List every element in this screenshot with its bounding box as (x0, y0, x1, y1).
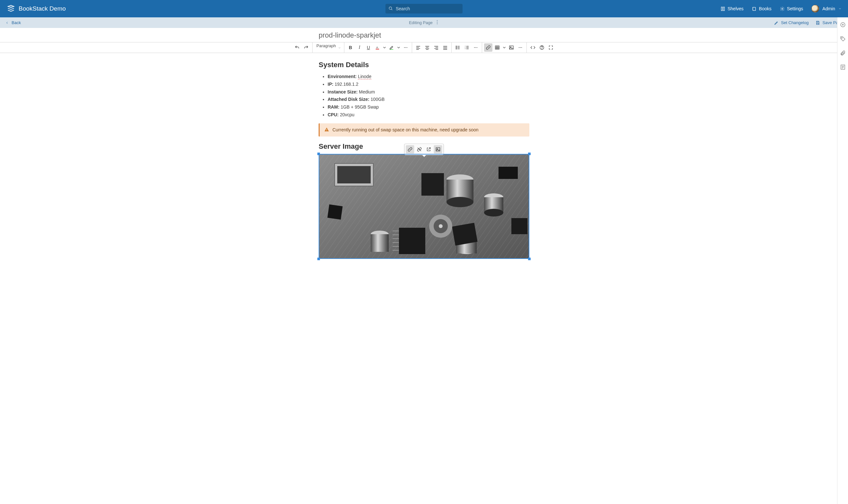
svg-point-4 (436, 20, 437, 21)
format-overflow-button[interactable] (401, 43, 410, 52)
page-title-row (319, 28, 529, 42)
svg-rect-40 (421, 173, 444, 196)
number-list-button[interactable]: 123 (463, 43, 471, 52)
redo-button[interactable] (302, 43, 310, 52)
align-justify-button[interactable] (441, 43, 449, 52)
image-button[interactable] (507, 43, 516, 52)
svg-rect-23 (509, 46, 513, 50)
svg-point-6 (436, 23, 437, 24)
page-title-input[interactable] (319, 31, 529, 39)
svg-rect-41 (399, 228, 425, 254)
link-button[interactable] (484, 43, 492, 52)
block-format-label: Paragraph (314, 43, 341, 52)
help-button[interactable] (538, 43, 546, 52)
highlight-caret[interactable] (396, 43, 401, 52)
detail-key: RAM: (328, 104, 341, 110)
set-changelog-label: Set Changelog (781, 20, 809, 25)
nav-books[interactable]: Books (752, 6, 772, 11)
italic-icon: I (359, 45, 360, 50)
editing-mode-menu[interactable] (435, 19, 439, 26)
svg-point-66 (841, 38, 842, 38)
nav-shelves[interactable]: Shelves (721, 6, 744, 11)
svg-rect-31 (326, 130, 327, 131)
popover-open-button[interactable] (425, 145, 433, 154)
popover-link-button[interactable] (406, 145, 414, 154)
rail-add-button[interactable] (840, 22, 846, 28)
italic-button[interactable]: I (355, 43, 364, 52)
underline-button[interactable]: U (364, 43, 373, 52)
editor-body[interactable]: System Details Environment: LinodeIP: 19… (319, 61, 529, 259)
svg-point-14 (456, 47, 456, 48)
list-item: IP: 192.168.1.2 (328, 80, 529, 88)
rail-attachments-button[interactable] (840, 50, 846, 56)
editor-toolbar: Paragraph B I U A 123 (0, 42, 848, 53)
chevron-down-icon (838, 7, 842, 10)
detail-value-link[interactable]: Linode (358, 74, 371, 79)
subheader: Back Editing Page Set Changelog Save Pag… (0, 17, 848, 28)
search-container (385, 4, 463, 14)
svg-point-5 (436, 22, 437, 23)
source-code-button[interactable] (529, 43, 537, 52)
fullscreen-button[interactable] (547, 43, 555, 52)
svg-rect-22 (495, 46, 499, 50)
plus-circle-icon (840, 22, 846, 28)
text-color-button[interactable]: A (373, 43, 382, 52)
tag-icon (840, 36, 846, 42)
arrow-left-icon (5, 21, 9, 25)
detail-key: Instance Size: (328, 89, 359, 94)
svg-point-11 (405, 47, 406, 48)
svg-point-50 (447, 197, 473, 207)
align-center-icon (425, 45, 430, 50)
table-button[interactable] (493, 43, 501, 52)
detail-value: 1GB + 95GB Swap (341, 104, 379, 110)
bold-icon: B (349, 45, 352, 50)
gear-icon (780, 6, 785, 11)
paperclip-icon (840, 50, 846, 56)
svg-point-13 (456, 46, 456, 47)
server-image-content (319, 154, 529, 259)
search-icon (389, 6, 393, 12)
table-caret[interactable] (502, 43, 507, 52)
popover-image-options-button[interactable] (434, 145, 442, 154)
selected-image[interactable] (319, 154, 529, 259)
set-changelog-button[interactable]: Set Changelog (774, 20, 809, 25)
svg-rect-61 (511, 218, 527, 234)
text-color-caret[interactable] (382, 43, 387, 52)
nav-settings[interactable]: Settings (780, 6, 804, 11)
detail-value: Medium (359, 89, 375, 94)
popover-unlink-button[interactable] (415, 145, 424, 154)
list-item: CPU: 20vcpu (328, 111, 529, 119)
rail-templates-button[interactable] (840, 64, 846, 70)
warning-callout: Currently running out of swap space on t… (319, 123, 529, 137)
external-link-icon (426, 147, 431, 152)
user-menu[interactable]: Admin (811, 5, 842, 13)
align-left-button[interactable] (414, 43, 422, 52)
link-icon (486, 45, 491, 50)
align-right-button[interactable] (432, 43, 440, 52)
bullet-list-button[interactable] (454, 43, 462, 52)
table-icon (495, 45, 500, 50)
fullscreen-icon (548, 45, 554, 50)
insert-overflow-button[interactable] (516, 43, 525, 52)
search-input[interactable] (385, 4, 463, 14)
align-center-button[interactable] (423, 43, 431, 52)
undo-button[interactable] (293, 43, 301, 52)
svg-point-26 (520, 47, 521, 48)
brand[interactable]: BookStack Demo (6, 4, 66, 13)
block-format-select[interactable]: Paragraph (314, 43, 342, 52)
highlight-button[interactable] (387, 43, 396, 52)
bold-button[interactable]: B (346, 43, 355, 52)
help-icon (539, 45, 544, 50)
brand-name: BookStack Demo (19, 5, 66, 12)
svg-point-29 (542, 49, 542, 49)
rail-tags-button[interactable] (840, 36, 846, 42)
back-link[interactable]: Back (5, 20, 21, 25)
list-overflow-button[interactable] (471, 43, 480, 52)
svg-point-12 (407, 47, 407, 48)
list-item: Instance Size: Medium (328, 88, 529, 96)
link-icon (408, 147, 413, 152)
detail-value: 192.168.1.2 (335, 82, 359, 87)
svg-rect-1 (721, 7, 722, 10)
list-item: Environment: Linode (328, 73, 529, 80)
book-icon (752, 6, 757, 11)
